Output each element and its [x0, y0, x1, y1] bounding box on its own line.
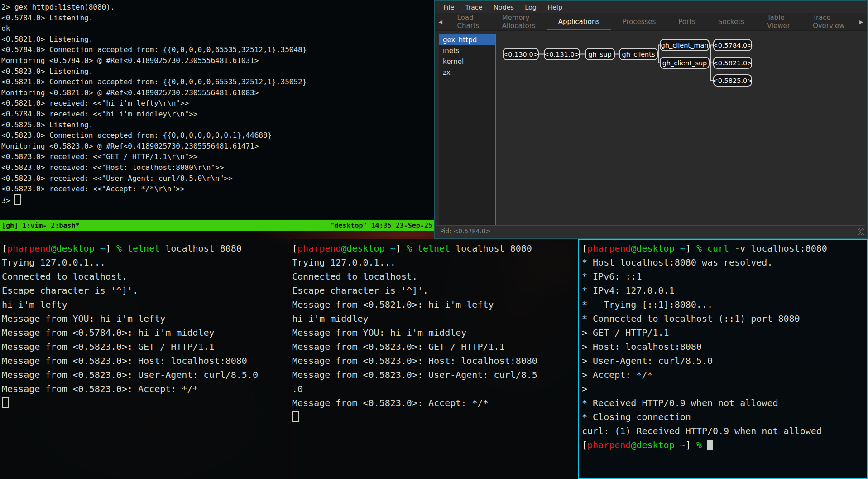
applications-list: gex_httpdinetskernelzx [439, 34, 496, 225]
tab-applications[interactable]: Applications [547, 13, 611, 30]
terminal-line: <0.5823.0> received: <<"GET / HTTP/1.1\r… [1, 151, 434, 162]
tmux-status-bar: [gh] 1:vim- 2:bash* "desktop" 14:35 23-S… [0, 220, 434, 231]
sidebar-item-kernel[interactable]: kernel [439, 56, 495, 67]
cursor-block [707, 440, 713, 450]
terminal-line: Monitoring <0.5823.0> @ #Ref<0.418902573… [1, 141, 434, 152]
tabs-scroll-right-icon[interactable]: ▶ [856, 13, 867, 30]
window-resize-grip[interactable] [858, 228, 864, 235]
terminal-line: ok [1, 23, 434, 34]
process-node-gh-client-man[interactable]: gh_client_man [660, 39, 710, 51]
tmux-host-clock: "desktop" 14:35 23-Sep-25 [330, 220, 432, 231]
terminal-line: [pharpend@desktop ~] % [582, 438, 867, 452]
terminal-line: Message from <0.5823.0>: User-Agent: cur… [292, 368, 578, 382]
terminal-line: <0.5784.0> Connection accepted from: {{0… [1, 44, 434, 55]
terminal-line: <0.5821.0> Listening. [1, 34, 434, 45]
erlang-shell-terminal[interactable]: 2> gex_httpd:listen(8080).<0.5784.0> Lis… [0, 0, 434, 220]
terminal-line: 2> gex_httpd:listen(8080). [1, 2, 434, 13]
terminal-line: Connected to localhost. [292, 270, 578, 284]
process-node-gh-sup[interactable]: gh_sup [585, 48, 615, 60]
tab-ports[interactable]: Ports [667, 13, 707, 30]
terminal-line: Message from <0.5823.0>: GET / HTTP/1.1 [2, 340, 288, 354]
terminal-line: <0.5823.0> Connection accepted from: {{0… [1, 130, 434, 141]
observer-window[interactable]: FileTraceNodesLogHelp ◀ Load ChartsMemor… [434, 0, 868, 239]
observer-tabbar: ◀ Load ChartsMemory AllocatorsApplicatio… [435, 13, 867, 31]
terminal-line: Connected to localhost. [2, 270, 288, 284]
menu-help[interactable]: Help [542, 1, 568, 13]
process-node-0-5821-0[interactable]: <0.5821.0> [713, 57, 752, 69]
terminal-line: * IPv6: ::1 [582, 270, 867, 284]
status-pid-label: Pid: <0.5784.0> [440, 227, 491, 235]
terminal-line: * Received HTTP/0.9 when not allowed [582, 396, 867, 410]
terminal-line: > Host: localhost:8080 [582, 340, 867, 354]
menu-log[interactable]: Log [519, 1, 542, 13]
terminal-line: * Host localhost:8080 was resolved. [582, 256, 867, 270]
supervision-tree-canvas: <0.130.0><0.131.0>gh_supgh_clientsgh_cli… [498, 32, 865, 225]
process-node-0-5784-0[interactable]: <0.5784.0> [713, 39, 752, 51]
terminal-line: Message from <0.5821.0>: hi i'm lefty [292, 298, 578, 312]
terminal-line: Message from <0.5823.0>: Accept: */* [2, 382, 288, 396]
terminal-line: Message from <0.5823.0>: Host: localhost… [2, 354, 288, 368]
telnet-middley-terminal[interactable]: [pharpend@desktop ~] % telnet localhost … [290, 239, 578, 479]
process-node-0-5825-0[interactable]: <0.5825.0> [713, 74, 752, 87]
terminal-line: curl: (1) Received HTTP/0.9 when not all… [582, 424, 867, 438]
sidebar-item-gex-httpd[interactable]: gex_httpd [439, 34, 495, 45]
process-node-0-130-0[interactable]: <0.130.0> [503, 48, 539, 60]
terminal-line: Monitoring <0.5784.0> @ #Ref<0.418902573… [1, 55, 434, 66]
tab-trace-overview[interactable]: Trace Overview [801, 13, 856, 30]
terminal-line: > Accept: */* [582, 368, 867, 382]
sidebar-item-inets[interactable]: inets [439, 45, 495, 56]
cursor-hollow [14, 194, 21, 205]
terminal-line: Message from YOU: hi i'm middley [292, 326, 578, 340]
terminal-line: 3> [1, 194, 434, 206]
terminal-line: > GET / HTTP/1.1 [582, 326, 867, 340]
terminal-line: <0.5823.0> received: <<"Accept: */*\r\n"… [1, 184, 434, 194]
terminal-line: > User-Agent: curl/8.5.0 [582, 354, 867, 368]
terminal-line: <0.5821.0> received: <<"hi i'm lefty\r\n… [1, 98, 434, 109]
terminal-line: * Trying [::1]:8080... [582, 298, 867, 312]
terminal-line: Trying 127.0.0.1... [292, 256, 578, 270]
process-node-gh-clients[interactable]: gh_clients [619, 48, 658, 60]
terminal-line: <0.5821.0> Connection accepted from: {{0… [1, 77, 434, 87]
terminal-line: <0.5784.0> Listening. [1, 13, 434, 24]
menu-nodes[interactable]: Nodes [488, 1, 519, 13]
tab-processes[interactable]: Processes [611, 13, 667, 30]
menu-file[interactable]: File [438, 1, 460, 13]
cursor-hollow [2, 397, 9, 408]
terminal-line: .0 [292, 382, 578, 396]
terminal-line: hi i'm middley [292, 312, 578, 326]
process-node-0-131-0[interactable]: <0.131.0> [544, 48, 580, 60]
terminal-line [2, 396, 288, 410]
terminal-line: [pharpend@desktop ~] % telnet localhost … [2, 242, 288, 256]
terminal-line: Message from <0.5823.0>: User-Agent: cur… [2, 368, 288, 382]
terminal-line: Trying 127.0.0.1... [2, 256, 288, 270]
tmux-session-windows[interactable]: [gh] 1:vim- 2:bash* [2, 220, 80, 231]
tab-sockets[interactable]: Sockets [707, 13, 756, 30]
terminal-line: hi i'm lefty [2, 298, 288, 312]
terminal-line: Message from YOU: hi i'm lefty [2, 312, 288, 326]
terminal-line: Escape character is '^]'. [292, 284, 578, 298]
tab-table-viewer[interactable]: Table Viewer [756, 13, 801, 30]
terminal-line: Message from <0.5823.0>: GET / HTTP/1.1 [292, 340, 578, 354]
terminal-line: <0.5823.0> received: <<"Host: localhost:… [1, 162, 434, 173]
tabs-scroll-left-icon[interactable]: ◀ [435, 13, 446, 30]
terminal-line [292, 410, 578, 424]
terminal-line: Message from <0.5823.0>: Accept: */* [292, 396, 578, 410]
terminal-line: Message from <0.5823.0>: Host: localhost… [292, 354, 578, 368]
telnet-lefty-terminal[interactable]: [pharpend@desktop ~] % telnet localhost … [0, 239, 288, 479]
curl-terminal-active[interactable]: [pharpend@desktop ~] % curl -v localhost… [578, 239, 868, 479]
tab-memory-allocators[interactable]: Memory Allocators [490, 13, 547, 30]
terminal-line: > [582, 382, 867, 396]
terminal-line: Escape character is '^]'. [2, 284, 288, 298]
observer-menubar: FileTraceNodesLogHelp [435, 1, 867, 13]
terminal-line: [pharpend@desktop ~] % telnet localhost … [292, 242, 578, 256]
tab-load-charts[interactable]: Load Charts [446, 13, 490, 30]
terminal-line: <0.5825.0> Listening. [1, 120, 434, 131]
menu-trace[interactable]: Trace [460, 1, 488, 13]
desktop: 2> gex_httpd:listen(8080).<0.5784.0> Lis… [0, 0, 868, 479]
process-node-gh-client-sup[interactable]: gh_client_sup [660, 57, 710, 69]
observer-applications-view: gex_httpdinetskernelzx <0.130.0><0.131.0… [436, 32, 865, 225]
cursor-hollow [292, 411, 299, 422]
terminal-line: <0.5823.0> Listening. [1, 66, 434, 77]
sidebar-item-zx[interactable]: zx [439, 67, 495, 78]
terminal-line: [pharpend@desktop ~] % curl -v localhost… [582, 242, 867, 256]
